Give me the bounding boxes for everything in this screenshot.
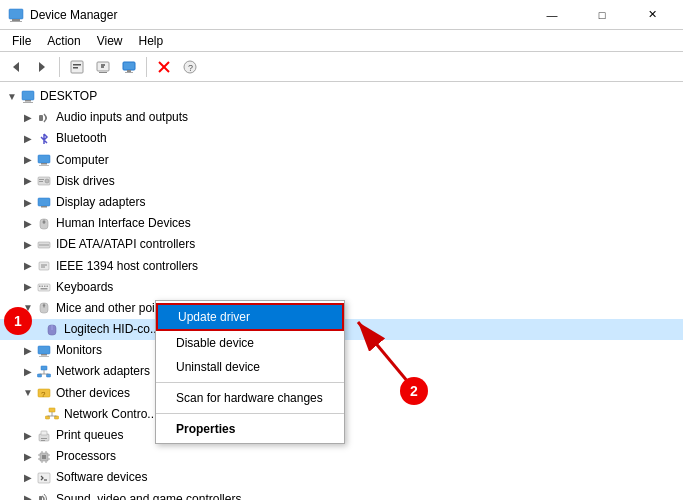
context-menu: Update driver Disable device Uninstall d… (155, 300, 345, 444)
software-label: Software devices (56, 468, 147, 487)
svg-rect-29 (41, 206, 47, 208)
toolbar-sep2 (146, 57, 147, 77)
audio-icon (36, 110, 52, 126)
audio-expand: ▶ (20, 110, 36, 126)
svg-rect-6 (73, 64, 81, 66)
svg-rect-10 (123, 62, 135, 70)
logitech-icon (44, 322, 60, 338)
svg-rect-80 (39, 496, 42, 500)
tree-computer[interactable]: ▶ Computer (0, 150, 683, 171)
svg-marker-3 (13, 62, 19, 72)
hid-expand: ▶ (20, 216, 36, 232)
network-icon (36, 364, 52, 380)
menu-file[interactable]: File (4, 32, 39, 50)
toolbar-scan[interactable] (91, 56, 115, 78)
other-expand: ▼ (20, 385, 36, 401)
logitech-label: Logitech HID-co... (64, 320, 160, 339)
title-bar: Device Manager — □ ✕ (0, 0, 683, 30)
tree-display[interactable]: ▶ Display adapters (0, 192, 683, 213)
close-button[interactable]: ✕ (629, 0, 675, 30)
svg-rect-0 (9, 9, 23, 19)
tree-keyboards[interactable]: ▶ Keyboards (0, 277, 683, 298)
toolbar-properties[interactable] (65, 56, 89, 78)
toolbar-remove[interactable] (152, 56, 176, 78)
svg-rect-2 (10, 21, 22, 22)
netctrl-label: Network Contro... (64, 405, 157, 424)
disk-label: Disk drives (56, 172, 115, 191)
monitors-expand: ▶ (20, 343, 36, 359)
mice-icon (36, 300, 52, 316)
display-expand: ▶ (20, 195, 36, 211)
context-menu-properties[interactable]: Properties (156, 417, 344, 441)
toolbar-forward[interactable] (30, 56, 54, 78)
window-title: Device Manager (30, 8, 529, 22)
tree-bluetooth[interactable]: ▶ Bluetooth (0, 128, 683, 149)
sound-label: Sound, video and game controllers (56, 490, 241, 500)
svg-rect-69 (42, 455, 46, 459)
context-menu-scan[interactable]: Scan for hardware changes (156, 386, 344, 410)
ieee-expand: ▶ (20, 258, 36, 274)
svg-rect-66 (41, 438, 47, 439)
svg-rect-48 (41, 354, 47, 356)
tree-ide[interactable]: ▶ IDE ATA/ATAPI controllers (0, 234, 683, 255)
svg-rect-49 (39, 356, 49, 357)
software-expand: ▶ (20, 470, 36, 486)
toolbar-sep1 (59, 57, 60, 77)
tree-disk[interactable]: ▶ Disk drives (0, 171, 683, 192)
processors-expand: ▶ (20, 449, 36, 465)
menu-help[interactable]: Help (131, 32, 172, 50)
tree-processors[interactable]: ▶ Processors (0, 446, 683, 467)
tree-root[interactable]: ▼ DESKTOP (0, 86, 683, 107)
tree-software[interactable]: ▶ Software devices (0, 467, 683, 488)
toolbar-help[interactable]: ? (178, 56, 202, 78)
print-label: Print queues (56, 426, 123, 445)
svg-rect-40 (47, 286, 49, 288)
mice-expand: ▼ (20, 300, 36, 316)
print-expand: ▶ (20, 428, 36, 444)
svg-rect-21 (38, 155, 50, 163)
bluetooth-expand: ▶ (20, 131, 36, 147)
svg-rect-50 (41, 366, 47, 370)
tree-sound[interactable]: ▶ Sound, video and game controllers (0, 489, 683, 500)
svg-rect-12 (125, 72, 133, 73)
svg-rect-41 (41, 288, 48, 290)
netctrl-icon (44, 406, 60, 422)
other-icon: ? (36, 385, 52, 401)
svg-rect-22 (41, 163, 47, 165)
maximize-button[interactable]: □ (579, 0, 625, 30)
root-expand-icon: ▼ (4, 89, 20, 105)
tree-audio[interactable]: ▶ Audio inputs and outputs (0, 107, 683, 128)
keyboards-label: Keyboards (56, 278, 113, 297)
svg-rect-59 (46, 416, 50, 419)
ieee-label: IEEE 1394 host controllers (56, 257, 198, 276)
sound-icon (36, 491, 52, 500)
toolbar-back[interactable] (4, 56, 28, 78)
svg-rect-27 (39, 181, 43, 182)
svg-rect-38 (42, 286, 44, 288)
software-icon (36, 470, 52, 486)
svg-rect-1 (12, 19, 20, 21)
keyboards-icon (36, 279, 52, 295)
minimize-button[interactable]: — (529, 0, 575, 30)
svg-rect-19 (23, 102, 33, 103)
computer-icon (36, 152, 52, 168)
tree-hid[interactable]: ▶ Human Interface Devices (0, 213, 683, 234)
hid-icon (36, 216, 52, 232)
tree-ieee[interactable]: ▶ IEEE 1394 host controllers (0, 256, 683, 277)
root-icon (20, 89, 36, 105)
network-expand: ▶ (20, 364, 36, 380)
context-menu-disable[interactable]: Disable device (156, 331, 344, 355)
processors-label: Processors (56, 447, 116, 466)
monitors-label: Monitors (56, 341, 102, 360)
toolbar-display[interactable] (117, 56, 141, 78)
svg-rect-39 (44, 286, 46, 288)
menu-view[interactable]: View (89, 32, 131, 50)
svg-rect-9 (99, 72, 107, 73)
display-icon (36, 195, 52, 211)
context-menu-uninstall[interactable]: Uninstall device (156, 355, 344, 379)
context-menu-update[interactable]: Update driver (156, 303, 344, 331)
svg-rect-35 (39, 262, 49, 270)
svg-rect-51 (38, 374, 42, 377)
menu-action[interactable]: Action (39, 32, 88, 50)
app-icon (8, 7, 24, 23)
